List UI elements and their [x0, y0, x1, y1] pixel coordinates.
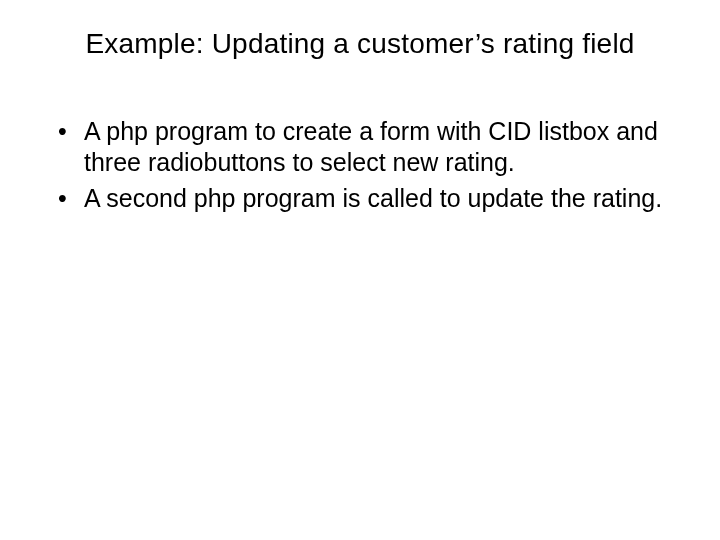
slide-title: Example: Updating a customer’s rating fi… [48, 28, 672, 60]
bullet-item: A second php program is called to update… [56, 183, 672, 214]
bullet-item: A php program to create a form with CID … [56, 116, 672, 177]
bullet-list: A php program to create a form with CID … [48, 116, 672, 214]
